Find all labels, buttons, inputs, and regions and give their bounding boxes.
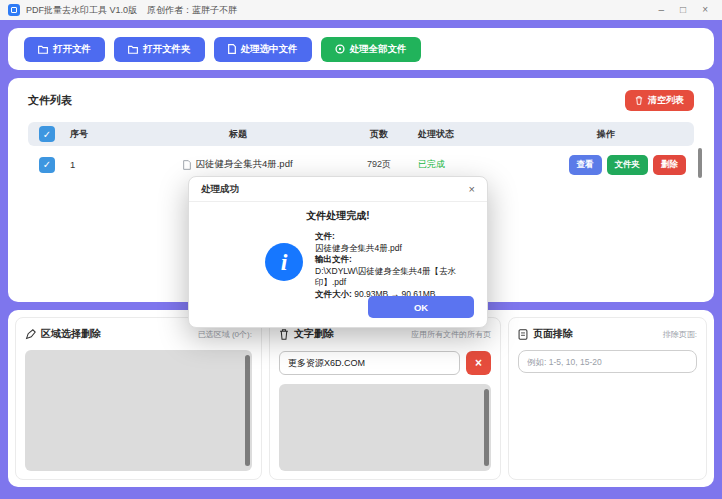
window-title: PDF批量去水印工具 V1.0版 bbox=[26, 4, 137, 17]
trash-icon bbox=[635, 96, 643, 105]
check-icon: ✓ bbox=[43, 159, 51, 170]
app-logo-icon bbox=[8, 4, 20, 16]
page-exclude-input[interactable] bbox=[518, 350, 697, 373]
row-index: 1 bbox=[66, 159, 136, 170]
document-icon bbox=[183, 160, 191, 170]
bottom-panels: 区域选择删除 已选区域 (0个): 文字删除 应用所有文件的所有页 × 页面排除… bbox=[8, 310, 714, 487]
page-exclude-panel: 页面排除 排除页面: bbox=[508, 317, 707, 480]
info-icon: i bbox=[265, 243, 303, 281]
region-panel-hint: 已选区域 (0个): bbox=[198, 329, 252, 340]
row-checkbox[interactable]: ✓ bbox=[39, 157, 55, 173]
remove-text-button[interactable]: × bbox=[466, 351, 491, 375]
row-status: 已完成 bbox=[418, 159, 445, 169]
text-scrollbar[interactable] bbox=[484, 389, 489, 466]
delete-button[interactable]: 删除 bbox=[653, 155, 686, 175]
text-panel-title: 文字删除 bbox=[294, 327, 334, 341]
select-all-checkbox[interactable]: ✓ bbox=[39, 126, 55, 142]
process-selected-button[interactable]: 处理选中文件 bbox=[214, 37, 312, 62]
clear-list-button[interactable]: 清空列表 bbox=[625, 90, 694, 111]
open-file-button[interactable]: 打开文件 bbox=[24, 37, 105, 62]
dialog-message: 文件: 囚徒健身全集共4册.pdf 输出文件: D:\XDYLW\囚徒健身全集共… bbox=[315, 231, 473, 300]
page-panel-title: 页面排除 bbox=[533, 327, 573, 341]
clear-list-label: 清空列表 bbox=[648, 94, 684, 107]
column-status: 处理状态 bbox=[418, 128, 526, 141]
view-button[interactable]: 查看 bbox=[569, 155, 602, 175]
process-selected-label: 处理选中文件 bbox=[241, 43, 298, 56]
watermark-text-input[interactable] bbox=[279, 351, 460, 375]
page-exclude-icon bbox=[518, 329, 528, 340]
column-pages: 页数 bbox=[340, 128, 418, 141]
process-icon bbox=[335, 44, 345, 54]
size-label: 文件大小: bbox=[315, 289, 352, 299]
file-list-title: 文件列表 bbox=[28, 93, 72, 108]
open-folder-label: 打开文件夹 bbox=[143, 43, 191, 56]
list-scrollbar[interactable] bbox=[698, 148, 702, 178]
column-index: 序号 bbox=[66, 128, 136, 141]
column-actions: 操作 bbox=[526, 128, 694, 141]
open-file-label: 打开文件 bbox=[53, 43, 91, 56]
table-header: ✓ 序号 标题 页数 处理状态 操作 bbox=[28, 122, 694, 146]
window-author: 原创作者：蓝胖子不胖 bbox=[147, 4, 237, 17]
output-label: 输出文件: bbox=[315, 254, 352, 264]
region-delete-panel: 区域选择删除 已选区域 (0个): bbox=[15, 317, 262, 480]
process-all-label: 处理全部文件 bbox=[350, 43, 407, 56]
region-scrollbar[interactable] bbox=[245, 355, 250, 466]
open-folder-button[interactable]: 打开文件夹 bbox=[114, 37, 205, 62]
success-dialog: 处理成功 × 文件处理完成! i 文件: 囚徒健身全集共4册.pdf 输出文件:… bbox=[188, 176, 488, 328]
text-delete-icon bbox=[279, 329, 289, 340]
file-icon bbox=[228, 44, 236, 54]
column-title: 标题 bbox=[136, 128, 340, 141]
page-panel-hint: 排除页面: bbox=[663, 329, 697, 340]
text-panel-hint: 应用所有文件的所有页 bbox=[411, 329, 491, 340]
folder-icon bbox=[38, 45, 48, 54]
row-filename: 囚徒健身全集共4册.pdf bbox=[195, 158, 292, 171]
maximize-button[interactable]: □ bbox=[680, 5, 686, 15]
row-pages: 792页 bbox=[340, 158, 418, 171]
toolbar: 打开文件 打开文件夹 处理选中文件 处理全部文件 bbox=[8, 28, 714, 70]
dialog-title: 处理成功 bbox=[201, 183, 239, 196]
region-preview-area[interactable] bbox=[25, 350, 252, 471]
dialog-heading: 文件处理完成! bbox=[189, 209, 487, 223]
open-location-button[interactable]: 文件夹 bbox=[607, 155, 649, 175]
region-select-icon bbox=[25, 329, 36, 340]
process-all-button[interactable]: 处理全部文件 bbox=[321, 37, 421, 62]
dialog-close-icon[interactable]: × bbox=[469, 183, 475, 195]
text-list-area[interactable] bbox=[279, 384, 491, 471]
file-label: 文件: bbox=[315, 231, 335, 241]
text-delete-panel: 文字删除 应用所有文件的所有页 × bbox=[269, 317, 501, 480]
ok-button[interactable]: OK bbox=[368, 296, 474, 318]
title-bar: PDF批量去水印工具 V1.0版 原创作者：蓝胖子不胖 – □ × bbox=[0, 0, 722, 20]
file-value: 囚徒健身全集共4册.pdf bbox=[315, 243, 402, 253]
minimize-button[interactable]: – bbox=[659, 5, 665, 15]
folder-open-icon bbox=[128, 45, 138, 54]
check-icon: ✓ bbox=[43, 129, 51, 140]
output-value: D:\XDYLW\囚徒健身全集共4册【去水印】.pdf bbox=[315, 266, 456, 288]
close-button[interactable]: × bbox=[702, 5, 708, 15]
region-panel-title: 区域选择删除 bbox=[41, 327, 101, 341]
